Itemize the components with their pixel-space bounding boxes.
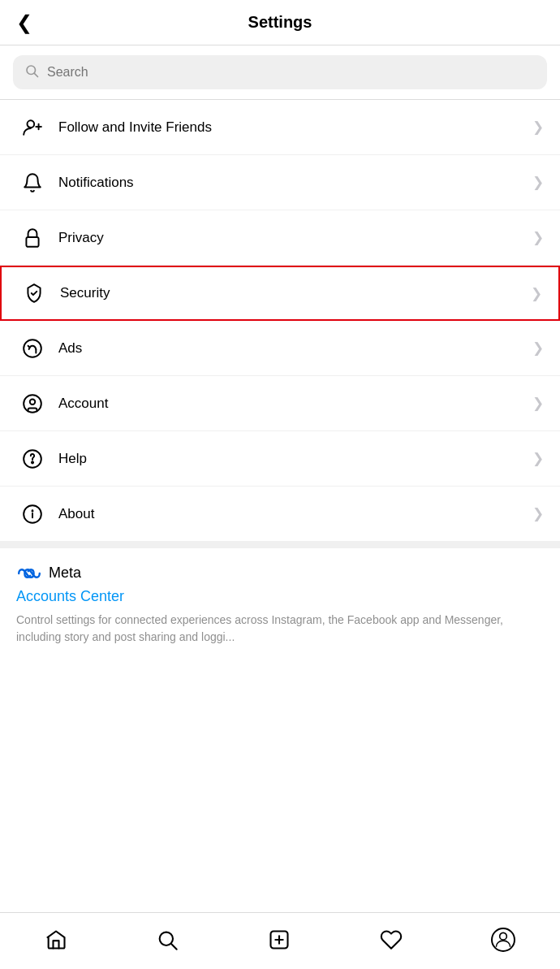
nav-item-activity[interactable] (367, 925, 416, 954)
menu-label-ads: Ads (58, 340, 532, 357)
accounts-center-description: Control settings for connected experienc… (16, 612, 544, 646)
lock-icon (16, 227, 49, 249)
svg-point-2 (28, 120, 35, 128)
meta-label: Meta (49, 565, 81, 582)
search-nav-icon (156, 928, 179, 951)
search-input[interactable] (47, 65, 536, 80)
menu-label-about: About (58, 506, 532, 522)
search-icon (24, 63, 39, 81)
menu-item-help[interactable]: Help ❯ (0, 431, 560, 487)
menu-label-help: Help (58, 451, 532, 467)
search-container (0, 45, 560, 99)
chevron-icon: ❯ (532, 119, 544, 136)
nav-item-create[interactable] (255, 925, 304, 954)
nav-item-home[interactable] (32, 925, 80, 954)
svg-point-9 (30, 399, 36, 404)
menu-item-about[interactable]: About ❯ (0, 487, 560, 542)
meta-logo-icon (16, 565, 42, 582)
add-person-icon (16, 117, 49, 138)
page-title: Settings (248, 13, 312, 32)
svg-line-16 (172, 944, 177, 949)
menu-label-security: Security (60, 285, 531, 301)
accounts-center-link[interactable]: Accounts Center (16, 588, 544, 605)
svg-point-11 (32, 461, 33, 463)
menu-item-ads[interactable]: Ads ❯ (0, 321, 560, 376)
about-icon (16, 504, 49, 525)
chevron-icon: ❯ (532, 395, 544, 412)
accounts-center-section: Meta Accounts Center Control settings fo… (0, 542, 560, 659)
header: ❮ Settings (0, 0, 560, 45)
chevron-icon: ❯ (531, 285, 542, 302)
menu-item-notifications[interactable]: Notifications ❯ (0, 155, 560, 210)
chevron-icon: ❯ (532, 229, 544, 246)
menu-label-notifications: Notifications (58, 175, 532, 191)
account-icon (16, 393, 49, 414)
chevron-icon: ❯ (532, 174, 544, 191)
nav-item-search[interactable] (143, 925, 192, 954)
svg-rect-5 (26, 236, 38, 246)
chevron-icon: ❯ (532, 340, 544, 357)
bell-icon (16, 172, 49, 193)
create-icon (268, 928, 291, 951)
menu-item-account[interactable]: Account ❯ (0, 376, 560, 431)
shield-icon (18, 283, 50, 304)
meta-logo-row: Meta (16, 565, 544, 582)
chevron-icon: ❯ (532, 450, 544, 467)
nav-item-profile[interactable] (478, 924, 528, 955)
heart-icon (380, 928, 403, 951)
help-icon (16, 448, 49, 469)
chevron-icon: ❯ (532, 505, 544, 522)
menu-section: Follow and Invite Friends ❯ Notification… (0, 99, 560, 542)
menu-label-follow: Follow and Invite Friends (58, 119, 532, 136)
svg-line-1 (34, 73, 37, 76)
search-bar[interactable] (13, 55, 547, 89)
menu-label-account: Account (58, 396, 532, 412)
svg-point-8 (24, 395, 41, 413)
menu-item-security[interactable]: Security ❯ (0, 266, 560, 321)
menu-item-privacy[interactable]: Privacy ❯ (0, 210, 560, 266)
bottom-nav (0, 912, 560, 969)
ads-icon (16, 338, 49, 359)
menu-item-follow[interactable]: Follow and Invite Friends ❯ (0, 100, 560, 155)
svg-point-20 (500, 932, 507, 940)
back-button[interactable]: ❮ (16, 13, 32, 32)
profile-avatar[interactable] (491, 928, 515, 952)
menu-label-privacy: Privacy (58, 230, 532, 246)
home-icon (45, 928, 67, 951)
svg-point-6 (24, 340, 41, 357)
